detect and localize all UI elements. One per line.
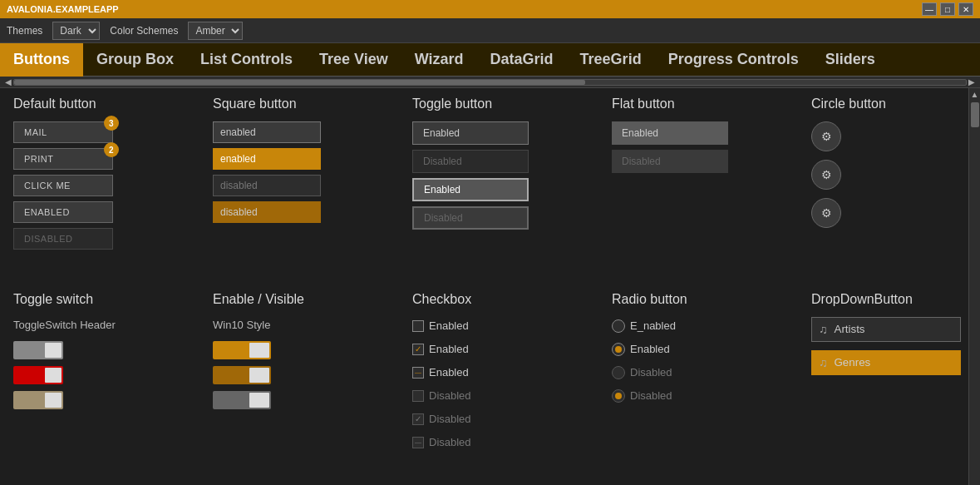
radio-2[interactable] (612, 343, 625, 356)
default-button-section: Default button MAIL 3 PRINT 2 CLICK ME E… (13, 97, 213, 275)
ev-knob-3 (249, 393, 269, 408)
toggle-button-section: Toggle button Enabled Disabled Enabled D… (412, 97, 612, 275)
maximize-button[interactable]: □ (940, 2, 955, 16)
scroll-left-arrow[interactable]: ◀ (3, 76, 13, 88)
print-button[interactable]: PRINT 2 (13, 148, 113, 170)
scroll-right-arrow[interactable]: ▶ (967, 76, 977, 88)
tab-wizard[interactable]: Wizard (401, 43, 477, 77)
scroll-thumb[interactable] (14, 80, 585, 85)
checkbox-6 (412, 437, 424, 448)
toggle-enabled-1[interactable]: Enabled (412, 121, 529, 145)
radio-1[interactable] (612, 319, 625, 333)
tab-treegrid[interactable]: TreeGrid (567, 43, 655, 77)
circle-button-section: Circle button ⚙ ⚙ ⚙ (811, 97, 968, 275)
radio-label-3: Disabled (630, 366, 672, 379)
checkbox-2[interactable] (412, 344, 424, 355)
radio-label-1: E_nabled (630, 319, 676, 332)
vertical-scroll-thumb[interactable] (971, 102, 979, 127)
close-button[interactable]: ✕ (958, 2, 973, 16)
title-bar: AVALONIA.EXAMPLEAPP — □ ✕ (0, 0, 980, 18)
click-me-button[interactable]: CLICK ME (13, 175, 113, 196)
square-enabled-amber[interactable]: enabled (213, 148, 321, 170)
mail-button[interactable]: MAIL 3 (13, 121, 113, 143)
checkbox-label-4: Disabled (429, 389, 471, 402)
enable-visible-subtitle: Win10 Style (213, 319, 412, 331)
vertical-scrollbar[interactable]: ▲ (968, 88, 980, 485)
themes-label: Themes (7, 25, 42, 37)
dropdown-genres[interactable]: ♫ Genres (811, 350, 961, 375)
circle-button-1[interactable]: ⚙ (811, 121, 841, 151)
tab-progress-controls[interactable]: Progress Controls (655, 43, 812, 77)
ev-knob-2 (249, 368, 269, 383)
scroll-up-arrow[interactable]: ▲ (969, 88, 980, 101)
toggle-knob-3 (45, 393, 62, 408)
default-button-title: Default button (13, 97, 213, 111)
tab-datagrid[interactable]: DataGrid (477, 43, 567, 77)
checkbox-section: Checkbox Enabled Enabled Enabled Disable… (412, 292, 612, 478)
radio-row-3: Disabled (612, 364, 811, 382)
toggle-knob-2 (45, 368, 62, 383)
toggle-disabled-1: Disabled (412, 150, 529, 173)
toggle-switch-title: Toggle switch (13, 292, 213, 307)
tab-bar: Buttons Group Box List Controls Tree Vie… (0, 43, 980, 77)
radio-row-2: Enabled (612, 340, 811, 359)
mail-badge: 3 (104, 116, 119, 131)
radio-3 (612, 366, 625, 379)
toggle-switch-3[interactable] (13, 391, 63, 409)
checkbox-label-1: Enabled (429, 319, 469, 332)
square-enabled-1[interactable]: enabled (213, 121, 321, 143)
flat-button-title: Flat button (612, 97, 811, 111)
checkbox-row-1: Enabled (412, 317, 612, 335)
square-button-section: Square button enabled enabled disabled d… (213, 97, 412, 275)
dropdown-button-title: DropDownButton (811, 292, 968, 307)
main-content: Default button MAIL 3 PRINT 2 CLICK ME E… (0, 88, 980, 485)
checkbox-label-5: Disabled (429, 413, 471, 425)
checkbox-row-3: Enabled (412, 364, 612, 382)
toggle-switch-2[interactable] (13, 366, 63, 384)
enabled-button[interactable]: ENABLED (13, 201, 113, 223)
dropdown-artists[interactable]: ♫ Artists (811, 317, 961, 342)
content-area: Default button MAIL 3 PRINT 2 CLICK ME E… (0, 88, 968, 485)
checkbox-label-3: Enabled (429, 366, 469, 379)
tab-sliders[interactable]: Sliders (812, 43, 889, 77)
flat-enabled[interactable]: Enabled (612, 121, 728, 145)
enable-visible-section: Enable / Visible Win10 Style (213, 292, 412, 478)
radio-4 (612, 389, 625, 403)
music-icon-1: ♫ (819, 323, 828, 336)
checkbox-3[interactable] (412, 367, 424, 379)
enable-visible-container (213, 341, 412, 409)
toggle-switch-subtitle: ToggleSwitch Header (13, 319, 213, 331)
radio-button-section: Radio button E_nabled Enabled Disabled D… (612, 292, 811, 478)
square-disabled-1: disabled (213, 175, 321, 196)
square-button-title: Square button (213, 97, 412, 111)
square-disabled-amber: disabled (213, 201, 321, 223)
dropdown-genres-label: Genres (835, 356, 871, 369)
checkbox-label-6: Disabled (429, 436, 471, 448)
checkbox-row-4: Disabled (412, 387, 612, 405)
toggle-enabled-active[interactable]: Enabled (412, 178, 529, 201)
music-icon-2: ♫ (819, 356, 828, 369)
tab-group-box[interactable]: Group Box (83, 43, 187, 77)
checkbox-row-5: Disabled (412, 410, 612, 428)
flat-button-section: Flat button Enabled Disabled (612, 97, 811, 275)
toggle-knob-1 (45, 343, 62, 358)
tab-buttons[interactable]: Buttons (0, 43, 83, 77)
ev-toggle-1[interactable] (213, 341, 271, 359)
ev-knob-1 (249, 343, 269, 358)
checkbox-1[interactable] (412, 320, 424, 332)
tab-list-controls[interactable]: List Controls (187, 43, 306, 77)
circle-button-2[interactable]: ⚙ (811, 160, 841, 190)
circle-button-3[interactable]: ⚙ (811, 198, 841, 228)
ev-toggle-2[interactable] (213, 366, 271, 384)
window-controls: — □ ✕ (922, 2, 973, 16)
toggle-switch-1[interactable] (13, 341, 63, 359)
color-schemes-select[interactable]: Amber Blue Green (188, 22, 243, 40)
horizontal-scrollbar[interactable]: ◀ ▶ (0, 77, 980, 88)
toggle-switch-section: Toggle switch ToggleSwitch Header (13, 292, 213, 478)
scroll-track[interactable] (13, 79, 967, 86)
themes-select[interactable]: Dark Light (52, 22, 100, 40)
ev-toggle-3[interactable] (213, 391, 271, 409)
minimize-button[interactable]: — (922, 2, 937, 16)
checkbox-row-6: Disabled (412, 433, 612, 452)
tab-tree-view[interactable]: Tree View (306, 43, 401, 77)
